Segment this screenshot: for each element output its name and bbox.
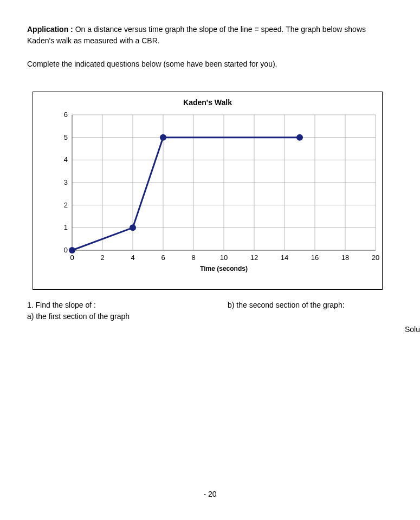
svg-text:18: 18 [341, 253, 349, 262]
data-point-3 [296, 134, 303, 141]
svg-text:4: 4 [64, 155, 68, 164]
chart-svg: Kaden's Walk [34, 93, 381, 288]
svg-text:2: 2 [64, 201, 68, 209]
svg-text:6: 6 [64, 110, 68, 119]
chart-container: Kaden's Walk [33, 92, 383, 290]
svg-text:6: 6 [161, 253, 165, 262]
question-1a-col: 1. Find the slope of : a) the first sect… [27, 300, 206, 322]
data-markers [69, 134, 303, 253]
page-number: - 20 [0, 490, 420, 498]
svg-text:8: 8 [191, 253, 195, 262]
svg-text:0: 0 [64, 246, 68, 254]
data-point-0 [69, 247, 75, 253]
svg-text:12: 12 [250, 253, 258, 262]
application-text: On a distance versus time graph the slop… [27, 25, 366, 45]
svg-text:16: 16 [311, 253, 319, 262]
data-point-1 [130, 224, 136, 231]
data-line [72, 138, 300, 250]
question-1-stem: 1. Find the slope of : [27, 300, 206, 311]
x-tick-labels: 0 2 4 6 8 10 12 14 16 18 20 [70, 253, 379, 262]
svg-text:4: 4 [131, 253, 134, 262]
questions-row: 1. Find the slope of : a) the first sect… [27, 300, 393, 322]
instruction-text: Complete the indicated questions below (… [27, 58, 393, 70]
chart-title: Kaden's Walk [183, 98, 232, 107]
svg-text:20: 20 [372, 253, 379, 262]
application-intro: Application : On a distance versus time … [27, 24, 393, 47]
y-tick-labels: 0 1 2 3 4 5 6 [64, 110, 68, 254]
question-1b: b) the second section of the graph: [228, 300, 393, 311]
data-point-2 [160, 134, 166, 141]
question-1b-col: b) the second section of the graph: [228, 300, 393, 322]
svg-text:5: 5 [64, 133, 68, 141]
question-1a: a) the first section of the graph [27, 311, 206, 322]
svg-text:1: 1 [64, 223, 68, 231]
svg-text:10: 10 [220, 253, 228, 262]
svg-text:3: 3 [64, 178, 68, 186]
svg-text:14: 14 [281, 253, 288, 262]
svg-text:2: 2 [100, 253, 104, 262]
cutoff-text: Solu [405, 325, 420, 334]
svg-text:0: 0 [70, 253, 74, 262]
application-label: Application : [27, 25, 73, 34]
x-axis-label: Time (seconds) [200, 265, 248, 272]
